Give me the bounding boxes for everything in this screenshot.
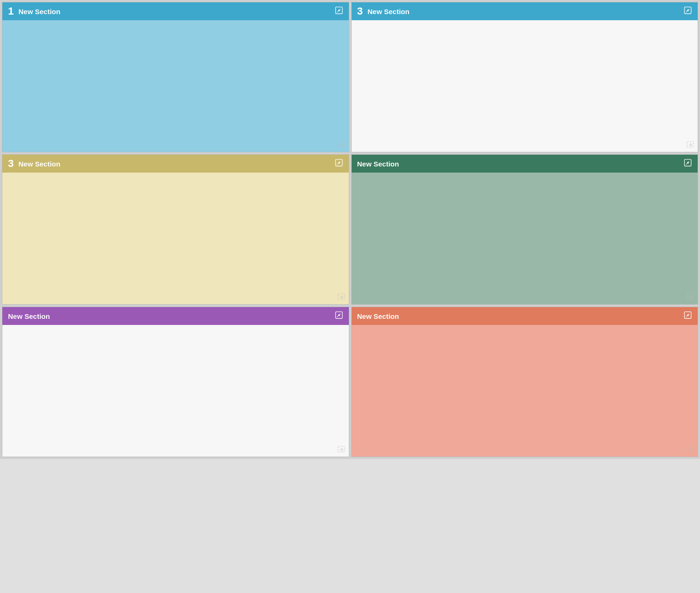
sections-grid: 1New Section 3New Section 3New Section N… bbox=[0, 0, 700, 459]
svg-line-16 bbox=[686, 164, 686, 165]
section-2-number: 3 bbox=[357, 6, 363, 16]
section-5-resize-icon[interactable] bbox=[338, 446, 345, 454]
section-4: New Section bbox=[351, 154, 699, 305]
section-4-body bbox=[352, 173, 698, 304]
section-2-resize-icon[interactable] bbox=[686, 141, 694, 149]
svg-line-14 bbox=[341, 297, 343, 299]
svg-line-21 bbox=[337, 316, 338, 317]
section-4-header: New Section bbox=[352, 155, 698, 173]
section-3-body bbox=[2, 173, 349, 304]
svg-line-4 bbox=[341, 144, 343, 146]
svg-line-8 bbox=[689, 143, 691, 145]
section-1: 1New Section bbox=[2, 2, 349, 152]
section-1-body bbox=[2, 20, 349, 152]
section-6-body bbox=[352, 325, 698, 457]
section-1-edit-button[interactable] bbox=[335, 6, 343, 16]
svg-line-6 bbox=[686, 12, 686, 13]
svg-line-13 bbox=[340, 296, 342, 298]
svg-line-23 bbox=[340, 448, 342, 450]
section-6: New Section bbox=[351, 307, 699, 457]
svg-line-18 bbox=[689, 296, 691, 298]
svg-line-1 bbox=[337, 12, 338, 13]
section-5-title: New Section bbox=[8, 312, 335, 320]
section-2-title: New Section bbox=[368, 8, 684, 16]
svg-line-29 bbox=[690, 449, 692, 451]
section-2-body bbox=[352, 20, 698, 152]
section-5-body bbox=[2, 325, 349, 457]
svg-line-24 bbox=[341, 449, 343, 451]
section-6-header: New Section bbox=[352, 307, 698, 325]
svg-line-3 bbox=[340, 143, 342, 145]
section-6-resize-icon[interactable] bbox=[686, 446, 694, 454]
section-2-header: 3New Section bbox=[352, 2, 698, 20]
section-3-number: 3 bbox=[8, 158, 14, 169]
section-6-title: New Section bbox=[357, 312, 684, 320]
section-3-resize-icon[interactable] bbox=[338, 293, 345, 301]
section-3-header: 3New Section bbox=[2, 155, 349, 173]
section-1-title: New Section bbox=[18, 8, 334, 16]
svg-line-28 bbox=[689, 448, 691, 450]
svg-line-9 bbox=[690, 144, 692, 146]
section-4-title: New Section bbox=[357, 160, 684, 168]
section-3: 3New Section bbox=[2, 154, 349, 305]
svg-line-19 bbox=[690, 297, 692, 299]
section-6-edit-button[interactable] bbox=[684, 311, 692, 321]
section-5-header: New Section bbox=[2, 307, 349, 325]
section-1-header: 1New Section bbox=[2, 2, 349, 20]
section-1-number: 1 bbox=[8, 6, 14, 16]
section-5: New Section bbox=[2, 307, 349, 457]
section-4-edit-button[interactable] bbox=[684, 158, 692, 169]
section-3-title: New Section bbox=[18, 160, 334, 168]
section-2: 3New Section bbox=[351, 2, 699, 152]
section-1-resize-icon[interactable] bbox=[338, 141, 345, 149]
svg-line-26 bbox=[686, 316, 686, 317]
section-4-resize-icon[interactable] bbox=[686, 293, 694, 301]
section-2-edit-button[interactable] bbox=[684, 6, 692, 16]
svg-line-11 bbox=[337, 164, 338, 165]
section-5-edit-button[interactable] bbox=[335, 311, 343, 321]
section-3-edit-button[interactable] bbox=[335, 158, 343, 169]
